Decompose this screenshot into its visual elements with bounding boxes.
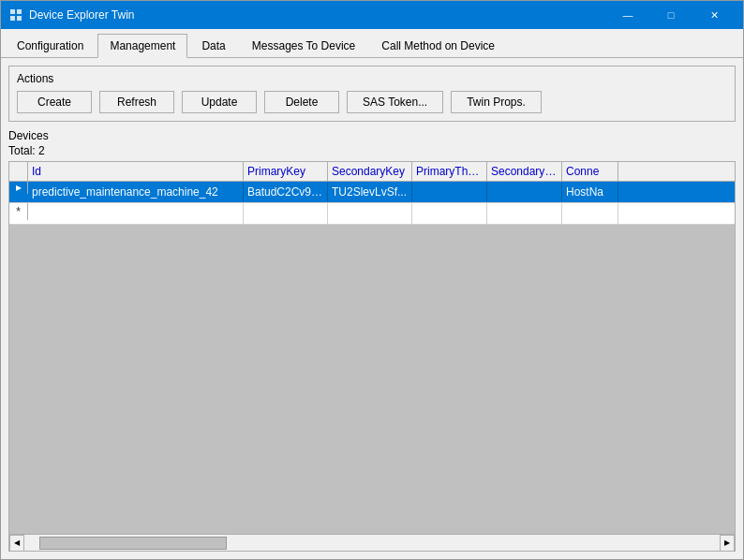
close-button[interactable]: ✕: [692, 1, 736, 29]
table-body: ▶ predictive_maintenance_machine_42 Batu…: [9, 182, 735, 534]
new-table-row[interactable]: *: [9, 203, 735, 225]
actions-group: Actions Create Refresh Update Delete SAS…: [8, 66, 736, 122]
scroll-right-button[interactable]: ▶: [720, 535, 735, 552]
table-header: Id PrimaryKey SecondaryKey PrimaryThumbl…: [9, 162, 735, 182]
scrollbar-thumb[interactable]: [39, 537, 227, 550]
create-button[interactable]: Create: [17, 91, 92, 113]
svg-rect-3: [17, 16, 22, 21]
new-row-marker: *: [9, 203, 28, 220]
app-window: Device Explorer Twin — □ ✕ Configuration…: [0, 0, 744, 560]
tab-management[interactable]: Management: [97, 34, 187, 58]
horizontal-scrollbar[interactable]: ◀ ▶: [9, 534, 735, 551]
cell-primary-thumbprint: [412, 182, 487, 202]
cell-id: predictive_maintenance_machine_42: [28, 182, 244, 202]
actions-buttons: Create Refresh Update Delete SAS Token..…: [17, 91, 727, 113]
new-cell-secondary-key: [328, 203, 412, 224]
tab-bar: Configuration Management Data Messages T…: [1, 29, 743, 58]
content-area: Actions Create Refresh Update Delete SAS…: [1, 58, 743, 559]
col-header-primary-key[interactable]: PrimaryKey: [244, 162, 328, 181]
header-gutter: [9, 162, 28, 181]
actions-legend: Actions: [17, 72, 727, 85]
cell-secondary-thumbprint: [487, 182, 562, 202]
sas-token-button[interactable]: SAS Token...: [347, 91, 443, 113]
devices-table: Id PrimaryKey SecondaryKey PrimaryThumbl…: [8, 161, 736, 552]
delete-button[interactable]: Delete: [264, 91, 339, 113]
table-row[interactable]: ▶ predictive_maintenance_machine_42 Batu…: [9, 182, 735, 203]
svg-rect-2: [10, 16, 15, 21]
cell-secondary-key: TU2SlevLvSf...: [328, 182, 412, 202]
svg-rect-0: [10, 9, 15, 14]
app-icon: [8, 7, 23, 22]
col-header-connection[interactable]: Conne: [562, 162, 618, 181]
title-bar: Device Explorer Twin — □ ✕: [1, 1, 743, 29]
tab-call-method[interactable]: Call Method on Device: [369, 34, 507, 58]
col-header-id[interactable]: Id: [28, 162, 244, 181]
tab-configuration[interactable]: Configuration: [5, 34, 96, 58]
col-header-secondary-thumbprint[interactable]: SecondaryThur: [487, 162, 562, 181]
window-title: Device Explorer Twin: [29, 8, 606, 22]
col-header-primary-thumbprint[interactable]: PrimaryThumbl: [412, 162, 487, 181]
devices-section: Devices Total: 2 Id PrimaryKey Secondary…: [8, 129, 736, 552]
col-header-secondary-key[interactable]: SecondaryKey: [328, 162, 412, 181]
devices-total: Total: 2: [8, 144, 736, 157]
row-marker: ▶: [9, 182, 28, 194]
new-cell-connection: [562, 203, 618, 224]
cell-connection: HostNa: [562, 182, 618, 202]
new-cell-primary-key: [244, 203, 328, 224]
minimize-button[interactable]: —: [606, 1, 649, 29]
tab-messages-to-device[interactable]: Messages To Device: [240, 34, 368, 58]
scrollbar-track[interactable]: [24, 535, 720, 551]
twin-props-button[interactable]: Twin Props.: [451, 91, 542, 113]
svg-rect-1: [17, 9, 22, 14]
tab-data[interactable]: Data: [189, 34, 237, 58]
new-cell-secondary-thumbprint: [487, 203, 562, 224]
devices-label: Devices: [8, 129, 736, 142]
new-cell-primary-thumbprint: [412, 203, 487, 224]
update-button[interactable]: Update: [182, 91, 257, 113]
window-controls: — □ ✕: [606, 1, 736, 29]
cell-primary-key: BatudC2Cv9z...: [244, 182, 328, 202]
new-cell-id: [28, 203, 244, 224]
scroll-left-button[interactable]: ◀: [9, 535, 24, 552]
refresh-button[interactable]: Refresh: [99, 91, 174, 113]
maximize-button[interactable]: □: [649, 1, 692, 29]
